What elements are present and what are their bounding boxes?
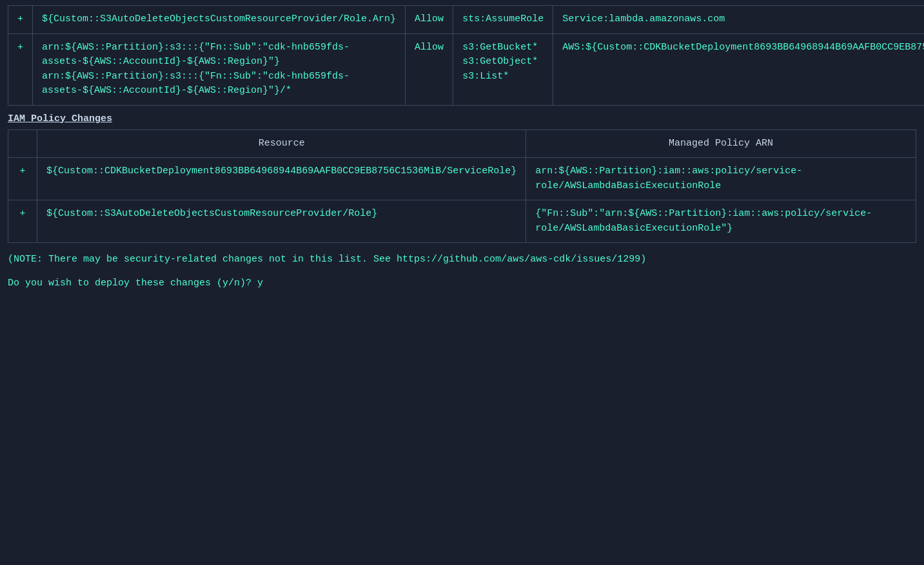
row-resource: arn:${AWS::Partition}:s3:::{"Fn::Sub":"c… <box>33 34 406 105</box>
table-row: + ${Custom::CDKBucketDeployment8693BB649… <box>8 158 916 200</box>
row-resource: ${Custom::S3AutoDeleteObjectsCustomResou… <box>33 6 406 34</box>
row-action: s3:GetBucket* s3:GetObject* s3:List* <box>453 34 553 105</box>
iam-policy-table: Resource Managed Policy ARN + ${Custom::… <box>8 129 916 244</box>
table-row: + ${Custom::S3AutoDeleteObjectsCustomRes… <box>8 6 925 34</box>
deploy-prompt: Do you wish to deploy these changes (y/n… <box>8 273 916 290</box>
row-plus: + <box>8 200 37 243</box>
row-arn: {"Fn::Sub":"arn:${AWS::Partition}:iam::a… <box>526 200 916 243</box>
row-resource: ${Custom::S3AutoDeleteObjectsCustomResou… <box>37 200 526 243</box>
row-effect: Allow <box>406 34 453 105</box>
statements-table: + ${Custom::S3AutoDeleteObjectsCustomRes… <box>8 5 924 106</box>
header-resource: Resource <box>37 129 526 158</box>
row-principal: Service:lambda.amazonaws.com <box>553 6 924 34</box>
row-resource: ${Custom::CDKBucketDeployment8693BB64968… <box>37 158 526 200</box>
row-principal: AWS:${Custom::CDKBucketDeployment8693BB6… <box>553 34 924 105</box>
row-effect: Allow <box>406 6 453 34</box>
iam-policy-heading: IAM Policy Changes <box>8 106 916 129</box>
note-text: (NOTE: There may be security-related cha… <box>8 243 916 273</box>
row-plus: + <box>8 34 33 105</box>
row-action: sts:AssumeRole <box>453 6 553 34</box>
header-arn: Managed Policy ARN <box>526 129 916 158</box>
table-header-row: Resource Managed Policy ARN <box>8 129 916 158</box>
header-plus <box>8 129 37 158</box>
row-arn: arn:${AWS::Partition}:iam::aws:policy/se… <box>526 158 916 200</box>
table-row: + ${Custom::S3AutoDeleteObjectsCustomRes… <box>8 200 916 243</box>
row-plus: + <box>8 158 37 200</box>
row-plus: + <box>8 6 33 34</box>
table-row: + arn:${AWS::Partition}:s3:::{"Fn::Sub":… <box>8 34 925 105</box>
